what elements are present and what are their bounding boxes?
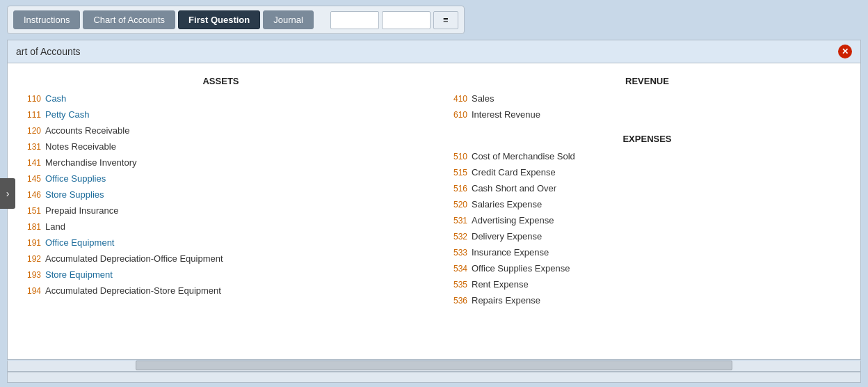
list-item: 151 Prepaid Insurance	[22, 205, 420, 216]
account-number: 610	[448, 110, 467, 120]
main-panel: art of Accounts ✕ ASSETS 110 Cash 111 Pe…	[7, 40, 861, 360]
account-number: 535	[448, 280, 467, 290]
list-item: 515 Credit Card Expense	[448, 167, 846, 177]
list-item: 181 Land	[22, 221, 420, 232]
second-scrollbar[interactable]	[7, 372, 861, 383]
account-name-prepaid-insurance: Prepaid Insurance	[45, 205, 119, 216]
account-number: 191	[22, 238, 41, 248]
account-name-store-supplies[interactable]: Store Supplies	[45, 189, 104, 200]
list-item: 520 Salaries Expense	[448, 199, 846, 210]
tab-instructions[interactable]: Instructions	[13, 10, 80, 29]
account-number: 111	[22, 110, 41, 120]
list-item: 111 Petty Cash	[22, 109, 420, 120]
account-number: 536	[448, 296, 467, 306]
list-item: 110 Cash	[22, 93, 420, 104]
assets-column: ASSETS 110 Cash 111 Petty Cash 120 Accou…	[8, 63, 434, 358]
account-name-repairs: Repairs Expense	[472, 295, 540, 306]
account-number: 515	[448, 168, 467, 177]
list-item: 536 Repairs Expense	[448, 295, 846, 306]
list-item: 131 Notes Receivable	[22, 141, 420, 152]
list-item: 191 Office Equipment	[22, 237, 420, 248]
grid-button[interactable]: ≡	[433, 11, 458, 29]
list-item: 516 Cash Short and Over	[448, 183, 846, 194]
account-name-office-supplies-exp: Office Supplies Expense	[472, 263, 570, 274]
account-number: 151	[22, 206, 41, 216]
account-name-credit-card-exp: Credit Card Expense	[472, 167, 556, 177]
account-name-store-equipment[interactable]: Store Equipment	[45, 269, 113, 280]
list-item: 146 Store Supplies	[22, 189, 420, 200]
list-item: 120 Accounts Receivable	[22, 125, 420, 136]
account-name-cash[interactable]: Cash	[45, 93, 66, 104]
list-item: 145 Office Supplies	[22, 173, 420, 184]
list-item: 193 Store Equipment	[22, 269, 420, 280]
account-number: 181	[22, 222, 41, 232]
account-number: 534	[448, 264, 467, 274]
account-name-salaries: Salaries Expense	[472, 199, 542, 210]
side-arrow-button[interactable]: ›	[0, 178, 15, 209]
horizontal-scrollbar[interactable]	[7, 361, 861, 372]
list-item: 610 Interest Revenue	[448, 109, 846, 120]
account-number: 141	[22, 158, 41, 168]
panel-header: art of Accounts ✕	[8, 40, 860, 63]
account-name-interest-revenue: Interest Revenue	[472, 109, 540, 120]
account-number: 532	[448, 232, 467, 242]
account-name-delivery: Delivery Expense	[472, 231, 542, 242]
account-number: 131	[22, 142, 41, 152]
toolbar-text-input-2[interactable]	[382, 11, 431, 29]
account-name-insurance: Insurance Expense	[472, 247, 549, 258]
list-item: 194 Accumulated Depreciation-Store Equip…	[22, 285, 420, 296]
assets-header: ASSETS	[22, 76, 420, 86]
account-number: 145	[22, 174, 41, 184]
account-name-advertising: Advertising Expense	[472, 215, 554, 226]
account-name-petty-cash[interactable]: Petty Cash	[45, 109, 90, 120]
account-number: 192	[22, 254, 41, 264]
tab-chart-of-accounts[interactable]: Chart of Accounts	[83, 10, 175, 29]
list-item: 534 Office Supplies Expense	[448, 263, 846, 274]
account-name-cost-merch: Cost of Merchandise Sold	[472, 151, 575, 161]
revenue-expenses-column: REVENUE 410 Sales 610 Interest Revenue E…	[434, 63, 860, 358]
account-number: 194	[22, 286, 41, 296]
content-area[interactable]: ASSETS 110 Cash 111 Petty Cash 120 Accou…	[8, 63, 860, 358]
toolbar-text-input-1[interactable]	[330, 11, 379, 29]
account-number: 146	[22, 190, 41, 200]
account-number: 531	[448, 216, 467, 226]
account-number: 520	[448, 200, 467, 210]
list-item: 410 Sales	[448, 93, 846, 104]
close-button[interactable]: ✕	[838, 45, 852, 58]
account-number: 516	[448, 184, 467, 194]
list-item: 531 Advertising Expense	[448, 215, 846, 226]
account-number: 533	[448, 248, 467, 258]
account-name-notes-receivable: Notes Receivable	[45, 141, 116, 152]
account-number: 410	[448, 94, 467, 104]
tab-journal[interactable]: Journal	[263, 10, 314, 29]
list-item: 192 Accumulated Depreciation-Office Equi…	[22, 253, 420, 264]
list-item: 533 Insurance Expense	[448, 247, 846, 258]
account-name-accum-depr-office: Accumulated Depreciation-Office Equipmen…	[45, 253, 223, 264]
list-item: 535 Rent Expense	[448, 279, 846, 290]
account-name-cash-short: Cash Short and Over	[472, 183, 556, 194]
list-item: 510 Cost of Merchandise Sold	[448, 151, 846, 161]
toolbar-wrapper: Instructions Chart of Accounts First Que…	[0, 0, 868, 40]
account-name-office-supplies[interactable]: Office Supplies	[45, 173, 106, 184]
account-name-land: Land	[45, 221, 65, 232]
bottom-navigation: ❮ Previous Next ❯	[0, 383, 868, 387]
scrollbar-thumb[interactable]	[136, 361, 732, 370]
revenue-header: REVENUE	[448, 76, 846, 86]
account-number: 110	[22, 94, 41, 104]
list-item: 532 Delivery Expense	[448, 231, 846, 242]
account-number: 510	[448, 152, 467, 161]
grid-icon: ≡	[443, 15, 449, 25]
tab-first-question[interactable]: First Question	[178, 10, 260, 29]
account-name-accounts-receivable: Accounts Receivable	[45, 125, 129, 136]
account-number: 193	[22, 270, 41, 280]
account-name-office-equipment[interactable]: Office Equipment	[45, 237, 114, 248]
account-name-accum-depr-store: Accumulated Depreciation-Store Equipment	[45, 285, 221, 296]
account-number: 120	[22, 126, 41, 136]
account-name-merchandise-inventory: Merchandise Inventory	[45, 157, 137, 168]
toolbar-right: ≡	[330, 11, 458, 29]
panel-title: art of Accounts	[16, 46, 81, 57]
account-name-sales: Sales	[472, 93, 495, 104]
account-name-rent: Rent Expense	[472, 279, 529, 290]
list-item: 141 Merchandise Inventory	[22, 157, 420, 168]
expenses-header: EXPENSES	[448, 134, 846, 144]
